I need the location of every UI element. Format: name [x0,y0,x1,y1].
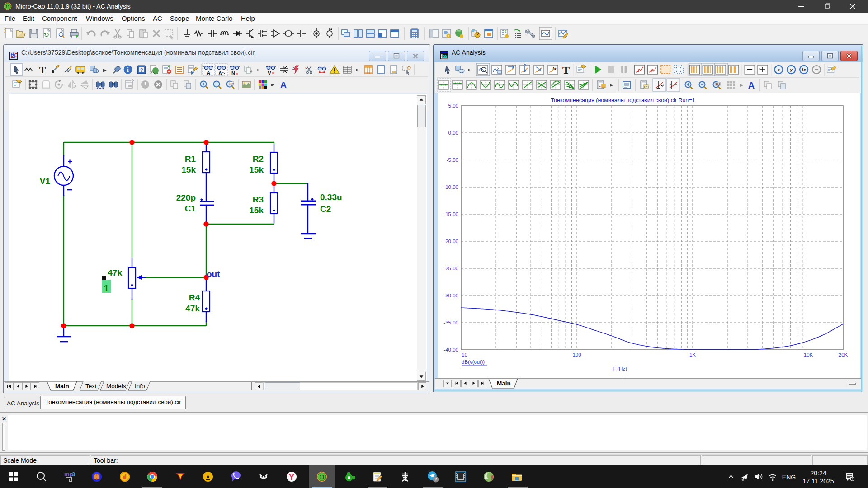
svg-text:A: A [206,70,211,76]
svg-text:47k: 47k [108,268,122,277]
svg-text:R3: R3 [253,195,264,204]
svg-text:10: 10 [462,352,467,357]
svg-text:A: A [280,80,287,90]
svg-text:1K: 1K [689,352,696,357]
svg-text:-5.00: -5.00 [447,157,458,163]
svg-text:V1: V1 [40,176,51,186]
svg-text:R4: R4 [189,293,200,302]
svg-text:dB(v(out)): dB(v(out)) [462,359,485,365]
svg-text:Info: Info [135,383,145,389]
svg-text:2: 2 [434,477,437,482]
svg-text:20K: 20K [839,352,848,357]
svg-text:fx: fx [802,67,806,72]
svg-text:Main: Main [55,383,69,389]
svg-text:1: 1 [104,283,109,293]
svg-text:20:24: 20:24 [810,469,826,477]
svg-text:y: y [789,67,793,72]
svg-text:-15.00: -15.00 [443,211,458,217]
svg-text:T: T [562,64,570,76]
svg-text:T: T [39,64,46,75]
svg-text:-10.00: -10.00 [443,184,458,190]
svg-text:0.33u: 0.33u [320,192,342,202]
svg-text:100: 100 [572,352,581,357]
svg-text:N: N [231,70,235,76]
svg-text:C1: C1 [185,204,196,213]
svg-text:17.11.2025: 17.11.2025 [802,478,834,485]
svg-text:15k: 15k [249,165,264,174]
svg-text:-25.00: -25.00 [443,266,458,271]
svg-text:?: ? [140,67,143,73]
svg-text:ENG: ENG [782,474,796,481]
svg-text:100: 100 [716,83,721,85]
svg-text:A: A [748,80,755,90]
svg-text:0.00: 0.00 [448,130,458,136]
svg-text:-40.00: -40.00 [443,347,458,352]
svg-text:x: x [777,67,780,72]
svg-text:100: 100 [229,82,234,85]
svg-text:11: 11 [319,474,325,480]
svg-text:C2: C2 [320,204,331,214]
svg-text:123: 123 [644,85,649,89]
svg-text:47k: 47k [185,304,200,313]
svg-text:-30.00: -30.00 [443,293,458,298]
svg-text:A: A [218,70,222,76]
svg-text:10K: 10K [804,352,813,357]
svg-text:V: V [268,70,271,76]
svg-text:11: 11 [5,5,10,9]
svg-text:5.00: 5.00 [448,103,458,108]
svg-text:-35.00: -35.00 [443,320,458,325]
svg-text:15k: 15k [249,206,264,215]
svg-text:fx: fx [552,66,557,71]
svg-text:i: i [127,66,129,73]
svg-text:15k: 15k [181,165,196,174]
svg-text:Main: Main [497,380,511,387]
svg-text:out: out [207,269,220,279]
svg-text:R2: R2 [253,154,264,164]
svg-text:Models: Models [106,383,126,389]
svg-text:220p: 220p [176,193,196,202]
svg-text:R1: R1 [185,154,196,164]
svg-text:F (Hz): F (Hz) [613,366,627,371]
svg-text:-20.00: -20.00 [443,239,458,244]
svg-text:3: 3 [72,471,75,478]
svg-text:Тонкомпенсация (номиналы подст: Тонкомпенсация (номиналы подставил свои)… [551,97,695,103]
svg-text:Text: Text [85,383,97,389]
